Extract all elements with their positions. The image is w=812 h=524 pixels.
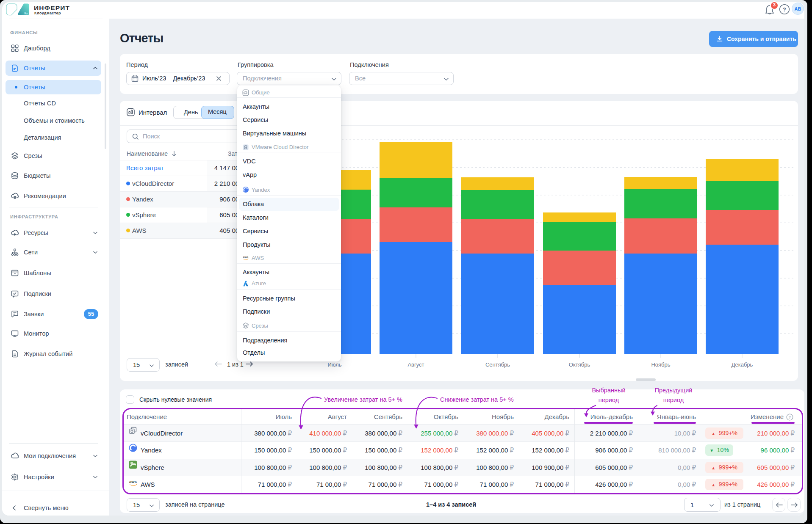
svg-text:?: ? (783, 6, 786, 13)
svg-text:Август: Август (407, 361, 424, 368)
svg-text:Октябрь: Октябрь (569, 361, 590, 368)
svg-text:Кл: Кл (25, 12, 28, 15)
svg-text:Декабрь: Декабрь (732, 361, 753, 368)
svg-text:Сентябрь: Сентябрь (485, 361, 510, 368)
svg-text:Июль: Июль (327, 361, 341, 368)
svg-text:Ноябрь: Ноябрь (651, 361, 670, 368)
